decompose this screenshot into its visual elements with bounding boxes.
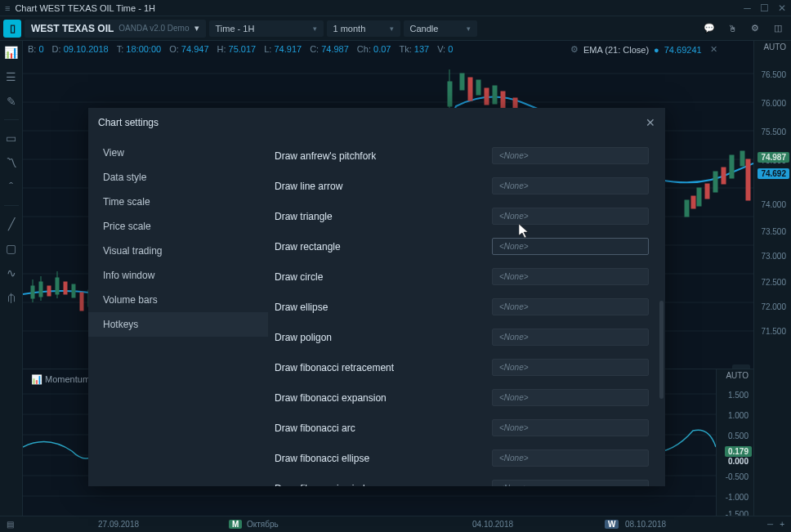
- account-name: OANDA v2.0 Demo: [118, 24, 189, 33]
- hotkey-label: Draw poligon: [275, 332, 332, 343]
- zigzag-icon[interactable]: 〽: [6, 156, 17, 169]
- svg-rect-18: [47, 286, 51, 296]
- layers-icon[interactable]: ☰: [6, 70, 16, 83]
- hotkey-row: Draw fibonacci retracement<None>: [275, 352, 649, 382]
- maximize-icon[interactable]: ☐: [760, 2, 769, 14]
- scrollbar[interactable]: [659, 301, 664, 399]
- settings-tab-volume-bars[interactable]: Volume bars: [88, 288, 268, 312]
- panel-icon[interactable]: ▭: [6, 132, 16, 145]
- hotkey-row: Draw poligon<None>: [275, 322, 649, 352]
- svg-rect-25: [476, 80, 480, 95]
- hotkey-input[interactable]: <None>: [492, 389, 649, 406]
- hotkey-input[interactable]: <None>: [492, 268, 649, 285]
- chevup-icon[interactable]: ˆ: [9, 181, 13, 194]
- svg-rect-19: [64, 282, 67, 294]
- settings-tab-data-style[interactable]: Data style: [88, 165, 268, 190]
- hotkey-row: Draw line arrow<None>: [275, 171, 649, 201]
- svg-rect-35: [740, 151, 744, 166]
- hotkey-input[interactable]: <None>: [492, 208, 649, 225]
- settings-tab-hotkeys[interactable]: Hotkeys: [88, 312, 268, 337]
- hotkey-label: Draw triangle: [275, 211, 333, 222]
- modal-header: Chart settings ✕: [88, 108, 665, 137]
- settings-tab-price-scale[interactable]: Price scale: [88, 214, 268, 239]
- chevron-down-icon: ▾: [194, 23, 199, 34]
- auto-scale-button[interactable]: AUTO: [763, 42, 786, 51]
- window-title: Chart WEST TEXAS OIL Time - 1H: [15, 3, 737, 13]
- range-dropdown[interactable]: 1 month ▾: [327, 20, 400, 37]
- timeframe-dropdown[interactable]: Time - 1H ▾: [209, 20, 324, 37]
- charttype-dropdown[interactable]: Candle ▾: [404, 20, 477, 37]
- hotkey-input[interactable]: <None>: [492, 298, 649, 315]
- mouse-icon[interactable]: 🖱: [722, 19, 742, 38]
- settings-tab-info-window[interactable]: Info window: [88, 263, 268, 288]
- line-icon[interactable]: ╱: [8, 217, 15, 230]
- minimize-icon[interactable]: ─: [744, 2, 751, 14]
- titlebar: ≡ Chart WEST TEXAS OIL Time - 1H ─ ☐ ✕: [0, 0, 791, 16]
- hotkey-input[interactable]: <None>: [492, 147, 649, 164]
- symbol-name: WEST TEXAS OIL: [31, 23, 114, 34]
- hotkey-input[interactable]: <None>: [492, 449, 649, 467]
- close-icon[interactable]: ✕: [778, 2, 786, 14]
- hotkey-label: Draw fibonacci expansion: [275, 392, 387, 404]
- svg-rect-26: [493, 86, 497, 104]
- calendar-icon[interactable]: ▤: [7, 520, 14, 529]
- hotkey-label: Draw circle: [275, 271, 323, 283]
- hotkey-row: Draw fibonacci spiral<None>: [275, 473, 649, 486]
- week-badge: W: [605, 520, 619, 529]
- svg-rect-36: [691, 196, 695, 208]
- wave-icon[interactable]: ∿: [7, 266, 16, 279]
- chart-tool-icon[interactable]: 📊: [4, 46, 18, 59]
- svg-rect-20: [80, 293, 83, 311]
- hotkey-row: Draw fibonacci arc<None>: [275, 413, 649, 443]
- hotkey-label: Draw ellipse: [275, 302, 328, 313]
- settings-tab-time-scale[interactable]: Time scale: [88, 190, 268, 214]
- time-axis: ▤ 27.09.2018 M Октябрь 04.10.2018 W 08.1…: [0, 516, 791, 532]
- pencil-icon[interactable]: ✎: [7, 95, 16, 108]
- panels-icon[interactable]: ◫: [768, 19, 788, 38]
- hotkey-input[interactable]: <None>: [492, 238, 649, 255]
- chat-icon[interactable]: 💬: [699, 19, 719, 38]
- window-controls: ─ ☐ ✕: [737, 2, 786, 14]
- range-label: 1 month: [333, 24, 366, 34]
- svg-rect-37: [705, 184, 709, 199]
- square-icon[interactable]: ▢: [6, 242, 16, 255]
- modal-title: Chart settings: [98, 117, 159, 128]
- hotkey-input[interactable]: <None>: [492, 419, 649, 436]
- svg-rect-33: [713, 172, 717, 192]
- app-logo[interactable]: ▯: [3, 20, 21, 38]
- hotkey-row: Draw anfrew's pitchfork<None>: [275, 141, 649, 171]
- hotkey-label: Draw fibonacci spiral: [275, 483, 365, 487]
- month-badge: M: [229, 520, 242, 529]
- svg-rect-39: [746, 159, 750, 200]
- settings-tab-visual-trading[interactable]: Visual trading: [88, 239, 268, 263]
- chart-settings-modal: Chart settings ✕ ViewData styleTime scal…: [88, 108, 665, 486]
- hotkey-label: Draw anfrew's pitchfork: [275, 150, 376, 162]
- menu-icon[interactable]: ≡: [5, 3, 10, 13]
- tool-sidebar: 📊 ☰ ✎ ▭ 〽 ˆ ╱ ▢ ∿ ⫛: [0, 41, 23, 516]
- zoom-in-icon[interactable]: +: [780, 520, 784, 529]
- ema-price-badge: 74.692: [757, 168, 789, 179]
- momentum-value-badge: 0.179: [725, 446, 752, 457]
- hotkey-row: Draw circle<None>: [275, 262, 649, 292]
- zoom-out-icon[interactable]: ─: [767, 520, 773, 529]
- close-icon[interactable]: ✕: [646, 116, 655, 129]
- hotkey-label: Draw fibonacci ellipse: [275, 453, 369, 464]
- hotkey-input[interactable]: <None>: [492, 480, 649, 486]
- hotkey-label: Draw fibonacci retracement: [275, 362, 394, 373]
- gear-icon[interactable]: ⚙: [745, 19, 765, 38]
- hotkey-input[interactable]: <None>: [492, 329, 649, 346]
- settings-sidebar: ViewData styleTime scalePrice scaleVisua…: [88, 137, 268, 486]
- hotkey-label: Draw fibonacci arc: [275, 422, 355, 434]
- svg-rect-34: [730, 155, 734, 178]
- fib-icon[interactable]: ⫛: [6, 291, 17, 304]
- settings-tab-view[interactable]: View: [88, 141, 268, 165]
- hotkey-row: Draw triangle<None>: [275, 201, 649, 231]
- hotkey-label: Draw rectangle: [275, 241, 341, 253]
- auto-scale-button[interactable]: AUTO: [726, 371, 749, 380]
- price-axis: AUTO 76.500 76.000 75.500 75.000 74.987 …: [753, 41, 791, 516]
- chevron-down-icon: ▾: [467, 25, 471, 33]
- hotkey-input[interactable]: <None>: [492, 359, 649, 376]
- hotkey-input[interactable]: <None>: [492, 177, 649, 194]
- svg-rect-32: [697, 188, 701, 206]
- symbol-selector[interactable]: WEST TEXAS OIL OANDA v2.0 Demo ▾: [25, 20, 206, 38]
